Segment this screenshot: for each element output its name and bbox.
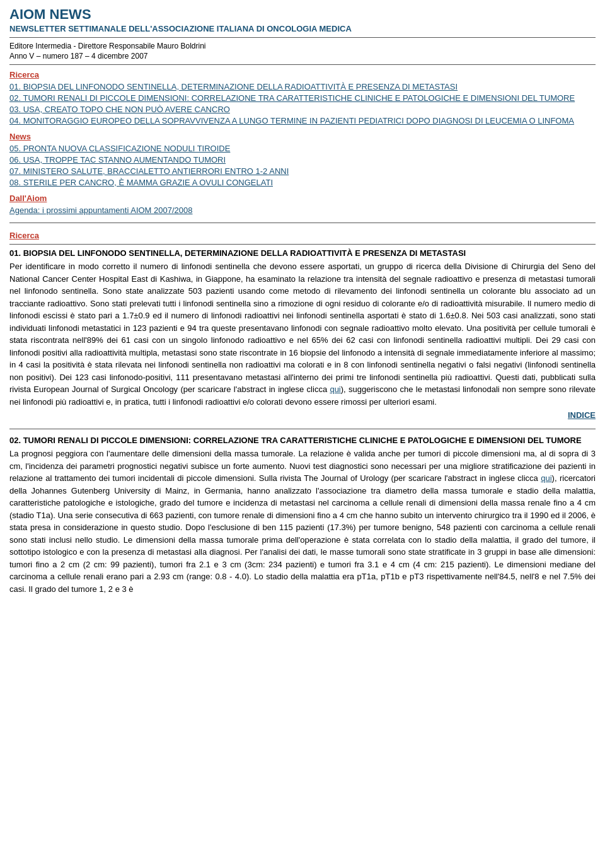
toc-item-2: 02. TUMORI RENALI DI PICCOLE DIMENSIONI:… <box>9 93 596 103</box>
toc-link-7[interactable]: 07. MINISTERO SALUTE, BRACCIALETTO ANTIE… <box>9 166 289 176</box>
toc-item-8: 08. STERILE PER CANCRO, È MAMMA GRAZIE A… <box>9 178 596 187</box>
editor-line: Editore Intermedia - Direttore Responsab… <box>9 42 596 50</box>
articles-section: Ricerca 01. BIOPSIA DEL LINFONODO SENTIN… <box>9 231 596 595</box>
article-2-qui-link[interactable]: qui <box>541 473 551 483</box>
toc-ricerca-label: Ricerca <box>9 70 596 79</box>
toc-item-3: 03. USA, CREATO TOPO CHE NON PUÒ AVERE C… <box>9 105 596 114</box>
toc-item-agenda: Agenda: i prossimi appuntamenti AIOM 200… <box>9 205 596 215</box>
toc-link-1[interactable]: 01. BIOPSIA DEL LINFONODO SENTINELLA, DE… <box>9 82 458 91</box>
article-2-body: La prognosi peggiora con l'aumentare del… <box>9 448 596 595</box>
toc-item-7: 07. MINISTERO SALUTE, BRACCIALETTO ANTIE… <box>9 166 596 176</box>
toc-link-8[interactable]: 08. STERILE PER CANCRO, È MAMMA GRAZIE A… <box>9 178 273 187</box>
toc-item-6: 06. USA, TROPPE TAC STANNO AUMENTANDO TU… <box>9 155 596 165</box>
toc-link-4[interactable]: 04. MONITORAGGIO EUROPEO DELLA SOPRAVVIV… <box>9 116 574 125</box>
article-2-heading: 02. TUMORI RENALI DI PICCOLE DIMENSIONI:… <box>9 436 596 445</box>
article-1: 01. BIOPSIA DEL LINFONODO SENTINELLA, DE… <box>9 248 596 420</box>
article-1-qui-link[interactable]: qui <box>330 385 340 394</box>
toc-link-6[interactable]: 06. USA, TROPPE TAC STANNO AUMENTANDO TU… <box>9 155 226 165</box>
article-1-body: Per identificare in modo corretto il num… <box>9 260 596 408</box>
toc-dall-aiom-label: Dall'Aiom <box>9 194 596 203</box>
toc-link-agenda[interactable]: Agenda: i prossimi appuntamenti AIOM 200… <box>9 205 193 215</box>
toc: Ricerca 01. BIOPSIA DEL LINFONODO SENTIN… <box>9 70 596 215</box>
toc-item-4: 04. MONITORAGGIO EUROPEO DELLA SOPRAVVIV… <box>9 116 596 125</box>
toc-news-section: 05. PRONTA NUOVA CLASSIFICAZIONE NODULI … <box>9 144 596 187</box>
site-subtitle: NEWSLETTER SETTIMANALE DELL'ASSOCIAZIONE… <box>9 24 596 33</box>
toc-item-1: 01. BIOPSIA DEL LINFONODO SENTINELLA, DE… <box>9 82 596 91</box>
article-2: 02. TUMORI RENALI DI PICCOLE DIMENSIONI:… <box>9 436 596 595</box>
article-1-indice-link[interactable]: INDICE <box>9 410 596 420</box>
toc-link-5[interactable]: 05. PRONTA NUOVA CLASSIFICAZIONE NODULI … <box>9 144 230 153</box>
articles-ricerca-label: Ricerca <box>9 231 596 240</box>
toc-item-5: 05. PRONTA NUOVA CLASSIFICAZIONE NODULI … <box>9 144 596 153</box>
year-line: Anno V – numero 187 – 4 dicembre 2007 <box>9 52 596 61</box>
toc-link-2[interactable]: 02. TUMORI RENALI DI PICCOLE DIMENSIONI:… <box>9 93 575 103</box>
article-1-heading: 01. BIOPSIA DEL LINFONODO SENTINELLA, DE… <box>9 248 596 258</box>
site-title: AIOM NEWS <box>9 6 596 23</box>
toc-link-3[interactable]: 03. USA, CREATO TOPO CHE NON PUÒ AVERE C… <box>9 105 230 114</box>
page-header: AIOM NEWS NEWSLETTER SETTIMANALE DELL'AS… <box>9 6 596 65</box>
toc-ricerca-section: 01. BIOPSIA DEL LINFONODO SENTINELLA, DE… <box>9 82 596 125</box>
toc-news-label: News <box>9 132 596 141</box>
toc-dall-aiom-section: Agenda: i prossimi appuntamenti AIOM 200… <box>9 205 596 215</box>
